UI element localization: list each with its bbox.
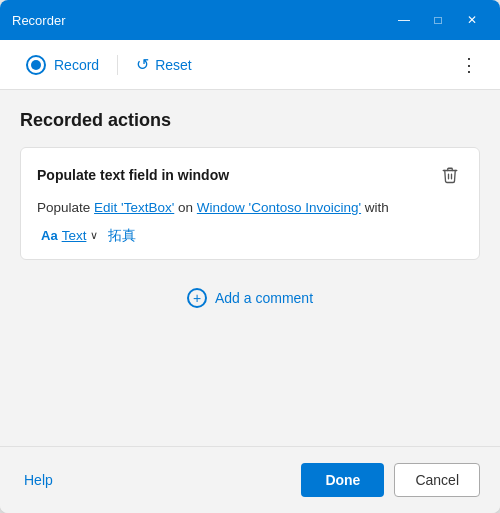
title-bar-controls: — □ ✕ [388,6,488,34]
add-comment-label: Add a comment [215,290,313,306]
record-button[interactable]: Record [16,49,109,81]
on-text: on [178,200,193,215]
recorder-window: Recorder — □ ✕ Record ↺ Reset ⋮ Recorded… [0,0,500,513]
toolbar: Record ↺ Reset ⋮ [0,40,500,90]
text-value: 拓真 [108,227,136,245]
footer-right: Done Cancel [301,463,480,497]
window-link[interactable]: Window 'Contoso Invoicing' [197,200,361,215]
close-button[interactable]: ✕ [456,6,488,34]
plus-icon: + [193,290,201,306]
reset-button[interactable]: ↺ Reset [126,49,202,80]
action-value-row: Aa Text ∨ 拓真 [37,226,463,245]
window-title: Recorder [12,13,388,28]
toolbar-divider [117,55,118,75]
action-card: Populate text field in window Populate E… [20,147,480,260]
footer: Help Done Cancel [0,446,500,513]
add-comment-icon: + [187,288,207,308]
record-label: Record [54,57,99,73]
body-prefix: Populate [37,200,90,215]
trash-icon [441,166,459,184]
section-title: Recorded actions [20,110,480,131]
reset-icon: ↺ [136,55,149,74]
help-button[interactable]: Help [20,464,57,496]
action-card-body: Populate Edit 'TextBox' on Window 'Conto… [37,198,463,218]
add-comment-button[interactable]: + Add a comment [20,276,480,320]
maximize-button[interactable]: □ [422,6,454,34]
more-options-button[interactable]: ⋮ [454,48,484,82]
text-type-label: Text [62,228,87,243]
main-content: Recorded actions Populate text field in … [0,90,500,446]
delete-action-button[interactable] [437,162,463,188]
minimize-button[interactable]: — [388,6,420,34]
record-icon [26,55,46,75]
toolbar-left: Record ↺ Reset [16,49,454,81]
reset-label: Reset [155,57,192,73]
chevron-down-icon: ∨ [90,229,98,242]
record-icon-inner [31,60,41,70]
cancel-button[interactable]: Cancel [394,463,480,497]
with-text: with [365,200,389,215]
action-card-title: Populate text field in window [37,167,229,183]
action-card-header: Populate text field in window [37,162,463,188]
text-type-selector[interactable]: Aa Text ∨ [37,226,102,245]
title-bar: Recorder — □ ✕ [0,0,500,40]
edit-textbox-link[interactable]: Edit 'TextBox' [94,200,174,215]
text-type-icon: Aa [41,228,58,243]
done-button[interactable]: Done [301,463,384,497]
